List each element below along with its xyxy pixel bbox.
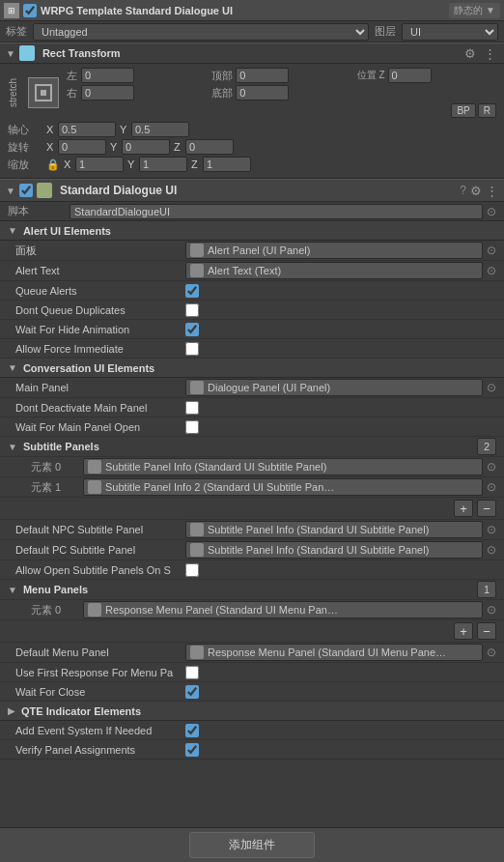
alert-group-header[interactable]: ▼ Alert UI Elements xyxy=(0,221,504,241)
default-pc-link[interactable]: ⊙ xyxy=(487,543,496,557)
subtitle-panels-header[interactable]: ▼ Subtitle Panels 2 xyxy=(0,437,504,457)
comp-active-checkbox[interactable] xyxy=(19,184,33,197)
conversation-group-header[interactable]: ▼ Conversation UI Elements xyxy=(0,359,504,378)
script-link-icon[interactable]: ⊙ xyxy=(487,205,496,218)
alert-toggle-arrow[interactable]: ▼ xyxy=(8,225,17,236)
dont-queue-label: Dont Queue Duplicates xyxy=(8,304,182,316)
dont-deactivate-label: Dont Deactivate Main Panel xyxy=(8,402,182,414)
comp-settings-icon[interactable]: ⚙ xyxy=(470,184,482,198)
main-panel-value: Dialogue Panel (UI Panel) xyxy=(208,382,478,393)
comp-more-icon[interactable]: ⋮ xyxy=(486,184,498,198)
rect-transform-content: stretch 左 顶部 位置 Z xyxy=(0,64,504,179)
wait-for-close-checkbox[interactable] xyxy=(185,685,199,699)
menu-0-value: Response Menu Panel (Standard UI Menu Pa… xyxy=(105,604,478,616)
menu-0-link[interactable]: ⊙ xyxy=(487,603,496,617)
rotate-x-input[interactable] xyxy=(58,139,106,155)
qte-group-label: QTE Indicator Elements xyxy=(21,705,141,717)
pivot-x-input[interactable] xyxy=(58,122,116,137)
scale-z-input[interactable] xyxy=(203,157,251,172)
default-menu-field[interactable]: Response Menu Panel (Standard UI Menu Pa… xyxy=(185,644,483,661)
collapse-arrow[interactable]: ▼ xyxy=(6,48,15,59)
subtitle-toggle-arrow[interactable]: ▼ xyxy=(8,442,17,452)
pivot-y-input[interactable] xyxy=(131,122,189,137)
wait-main-checkbox[interactable] xyxy=(185,420,199,434)
qte-toggle-arrow[interactable]: ▶ xyxy=(8,705,15,716)
alert-panel-link-icon[interactable]: ⊙ xyxy=(487,244,496,257)
script-field[interactable]: StandardDialogueUI xyxy=(70,204,483,219)
scale-y-input[interactable] xyxy=(139,157,187,172)
subtitle-1-icon xyxy=(88,480,101,494)
subtitle-count-badge: 2 xyxy=(477,438,496,455)
conversation-group-label: Conversation UI Elements xyxy=(23,362,154,374)
help-icon[interactable]: ? xyxy=(460,184,466,197)
script-row: 脚本 StandardDialogueUI ⊙ xyxy=(0,202,504,221)
left-coord: 左 xyxy=(67,68,206,83)
qte-group-header[interactable]: ▶ QTE Indicator Elements xyxy=(0,702,504,721)
stretch-box[interactable] xyxy=(28,77,59,108)
subtitle-1-link[interactable]: ⊙ xyxy=(487,480,496,494)
menu-0-label: 元素 0 xyxy=(31,603,79,618)
alert-text-link-icon[interactable]: ⊙ xyxy=(487,264,496,277)
alert-text-field[interactable]: Alert Text (Text) xyxy=(185,262,483,279)
menu-panels-header[interactable]: ▼ Menu Panels 1 xyxy=(0,580,504,600)
default-pc-field[interactable]: Subtitle Panel Info (Standard UI Subtitl… xyxy=(185,541,483,559)
subtitle-0-label: 元素 0 xyxy=(31,460,79,474)
subtitle-remove-button[interactable]: − xyxy=(477,500,496,517)
scale-x-input[interactable] xyxy=(75,157,124,172)
subtitle-0-field[interactable]: Subtitle Panel Info (Standard UI Subtitl… xyxy=(83,458,483,475)
default-npc-field[interactable]: Subtitle Panel Info (Standard UI Subtitl… xyxy=(185,521,483,538)
subtitle-element-1: 元素 1 Subtitle Panel Info 2 (Standard UI … xyxy=(0,477,504,498)
subtitle-0-link[interactable]: ⊙ xyxy=(487,460,496,474)
use-first-response-row: Use First Response For Menu Pa xyxy=(0,663,504,682)
default-menu-icon xyxy=(190,646,204,659)
posz-input[interactable] xyxy=(388,68,432,83)
comp-collapse-arrow[interactable]: ▼ xyxy=(6,186,15,196)
alert-panel-field[interactable]: Alert Panel (UI Panel) xyxy=(185,242,483,259)
menu-add-button[interactable]: + xyxy=(454,622,473,640)
main-panel-link-icon[interactable]: ⊙ xyxy=(487,381,496,394)
left-input[interactable] xyxy=(81,68,134,83)
alert-panel-row: 面板 Alert Panel (UI Panel) ⊙ xyxy=(0,241,504,261)
settings-icon[interactable]: ⚙ xyxy=(462,46,478,61)
menu-toggle-arrow[interactable]: ▼ xyxy=(8,585,17,595)
conversation-toggle-arrow[interactable]: ▼ xyxy=(8,362,17,373)
subtitle-1-field[interactable]: Subtitle Panel Info 2 (Standard UI Subti… xyxy=(83,478,483,496)
allow-force-checkbox[interactable] xyxy=(185,342,199,356)
rotate-y-input[interactable] xyxy=(122,139,170,155)
top-input[interactable] xyxy=(236,68,289,83)
scale-row: 缩放 🔒 X Y Z xyxy=(8,157,496,172)
wait-hide-checkbox[interactable] xyxy=(185,323,199,336)
menu-remove-button[interactable]: − xyxy=(477,622,496,640)
alert-text-value: Alert Text (Text) xyxy=(208,265,478,276)
static-badge[interactable]: 静态的 ▼ xyxy=(449,3,500,18)
wait-main-label: Wait For Main Panel Open xyxy=(8,421,182,433)
allow-force-row: Allow Force Immediate xyxy=(0,339,504,359)
allow-open-checkbox[interactable] xyxy=(185,563,199,577)
dont-queue-checkbox[interactable] xyxy=(185,303,199,317)
bp-button[interactable]: BP xyxy=(451,103,475,118)
layer-select[interactable]: UI xyxy=(402,23,498,41)
default-menu-value: Response Menu Panel (Standard UI Menu Pa… xyxy=(208,646,478,658)
subtitle-panels-label: Subtitle Panels xyxy=(23,441,473,452)
bottom-input[interactable] xyxy=(236,85,289,101)
add-component-button[interactable]: 添加组件 xyxy=(189,832,315,858)
wait-hide-row: Wait For Hide Animation xyxy=(0,320,504,339)
menu-0-icon xyxy=(88,603,101,617)
queue-alerts-checkbox[interactable] xyxy=(185,284,199,298)
use-first-response-checkbox[interactable] xyxy=(185,666,199,679)
subtitle-add-button[interactable]: + xyxy=(454,500,473,517)
main-panel-field[interactable]: Dialogue Panel (UI Panel) xyxy=(185,379,483,396)
default-pc-icon xyxy=(190,543,204,557)
menu-0-field[interactable]: Response Menu Panel (Standard UI Menu Pa… xyxy=(83,601,483,618)
default-npc-link[interactable]: ⊙ xyxy=(487,523,496,536)
rotate-z-input[interactable] xyxy=(185,139,234,155)
more-icon[interactable]: ⋮ xyxy=(482,46,498,61)
tag-select[interactable]: Untagged xyxy=(33,23,369,41)
dont-deactivate-checkbox[interactable] xyxy=(185,401,199,415)
verify-checkbox[interactable] xyxy=(185,743,199,757)
right-input[interactable] xyxy=(81,85,134,101)
active-checkbox[interactable] xyxy=(23,4,37,17)
add-event-checkbox[interactable] xyxy=(185,724,199,737)
default-menu-link[interactable]: ⊙ xyxy=(487,646,496,659)
r-button[interactable]: R xyxy=(478,103,496,118)
